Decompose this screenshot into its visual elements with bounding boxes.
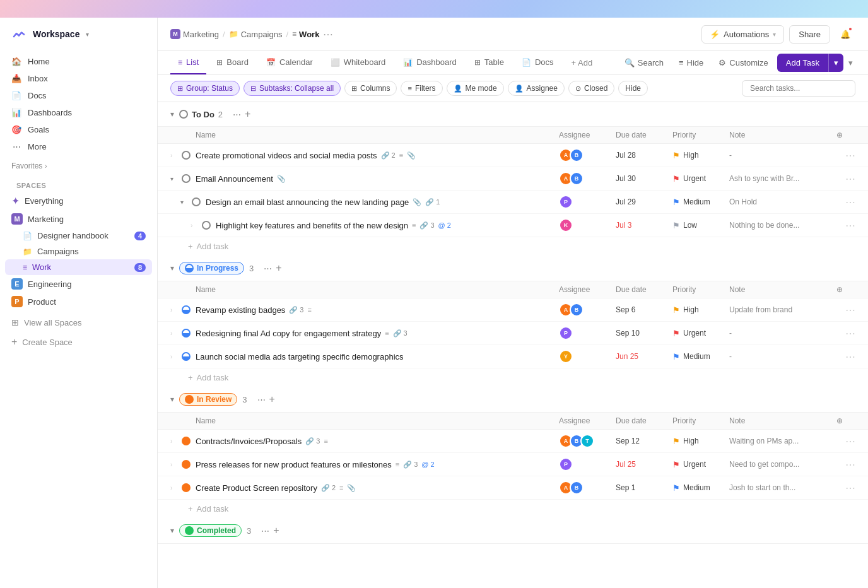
sidebar-item-campaigns[interactable]: 📁 Campaigns xyxy=(5,244,152,259)
notification-button[interactable]: 🔔 xyxy=(835,24,855,44)
sidebar-header[interactable]: Workspace ▾ xyxy=(0,18,157,50)
tab-board[interactable]: ⊞ Board xyxy=(209,51,256,74)
sidebar-item-marketing[interactable]: M Marketing xyxy=(5,210,152,228)
group-inreview-add-icon[interactable]: + xyxy=(269,394,275,405)
tab-calendar[interactable]: 📅 Calendar xyxy=(259,51,320,74)
task-chevron-icon[interactable]: ▾ xyxy=(180,199,188,206)
add-task-arrow-icon[interactable]: ▾ xyxy=(828,54,843,72)
task-row[interactable]: › Create Product Screen repository 🔗 2 ≡… xyxy=(158,476,868,500)
sidebar-item-home[interactable]: 🏠 Home xyxy=(5,53,152,70)
tab-list[interactable]: ≡ List xyxy=(170,51,206,74)
task-row[interactable]: ▾ Design an email blast announcing the n… xyxy=(158,191,868,214)
task-more-menu[interactable]: ⋯ xyxy=(836,196,855,208)
task-more-menu[interactable]: ⋯ xyxy=(836,435,855,447)
sidebar-item-everything[interactable]: ✦ Everything xyxy=(5,192,152,210)
task-chevron-icon[interactable]: › xyxy=(170,485,178,491)
sidebar-item-docs[interactable]: 📄 Docs xyxy=(5,87,152,104)
sidebar-item-inbox[interactable]: 📥 Inbox xyxy=(5,70,152,87)
sidebar-item-designer-handbook[interactable]: 📄 Designer handbook 4 xyxy=(5,228,152,244)
task-more-menu[interactable]: ⋯ xyxy=(836,351,855,363)
task-row[interactable]: › Launch social media ads targeting spec… xyxy=(158,345,868,368)
sidebar-item-goals[interactable]: 🎯 Goals xyxy=(5,121,152,138)
automations-button[interactable]: ⚡ Automations ▾ xyxy=(701,25,784,44)
col-add-todo[interactable]: ⊕ xyxy=(836,131,855,139)
group-inprogress-add-icon[interactable]: + xyxy=(276,262,281,274)
task-more-menu[interactable]: ⋯ xyxy=(836,327,855,339)
task-row[interactable]: › Create promotional videos and social m… xyxy=(158,144,868,167)
col-add-ir[interactable]: ⊕ xyxy=(836,416,855,425)
filter-subtasks[interactable]: ⊟ Subtasks: Collapse all xyxy=(243,81,341,96)
add-task-todo-row[interactable]: + Add task xyxy=(158,237,868,256)
filter-me-mode[interactable]: 👤 Me mode xyxy=(447,81,504,96)
favorites-section[interactable]: Favorites › xyxy=(0,158,157,174)
col-add-ip[interactable]: ⊕ xyxy=(836,285,855,294)
task-more-menu[interactable]: ⋯ xyxy=(836,220,855,232)
filter-group-status[interactable]: ⊞ Group: Status xyxy=(170,81,240,96)
sidebar-item-dashboards[interactable]: 📊 Dashboards xyxy=(5,104,152,121)
create-space-button[interactable]: + Create Space xyxy=(5,333,152,351)
task-more-menu[interactable]: ⋯ xyxy=(836,173,855,185)
group-inprogress-toggle[interactable]: ▾ xyxy=(170,264,174,273)
group-inprogress-header[interactable]: ▾ In Progress 3 ⋯ + xyxy=(158,256,868,281)
group-inreview-toggle[interactable]: ▾ xyxy=(170,395,174,404)
task-chevron-icon[interactable]: ▾ xyxy=(170,175,178,182)
customize-tab-action[interactable]: ⚙ Customize xyxy=(712,54,774,71)
task-row[interactable]: › Contracts/Invoices/Proposals 🔗 3 ≡ A B… xyxy=(158,430,868,453)
sidebar-item-more[interactable]: ⋯ More xyxy=(5,138,152,155)
filter-closed[interactable]: ⊙ Closed xyxy=(568,81,614,96)
tab-dashboard[interactable]: 📊 Dashboard xyxy=(396,51,464,74)
group-completed-add-icon[interactable]: + xyxy=(273,525,279,536)
tab-whiteboard[interactable]: ⬜ Whiteboard xyxy=(323,51,393,74)
task-row[interactable]: ▾ Email Announcement 📎 A B Jul 30 ⚑ Urge… xyxy=(158,167,868,191)
filter-assignee[interactable]: 👤 Assignee xyxy=(508,81,565,96)
filter-filters[interactable]: ≡ Filters xyxy=(401,81,442,96)
task-more-menu[interactable]: ⋯ xyxy=(836,304,855,316)
add-task-expand-icon[interactable]: ▾ xyxy=(846,54,855,71)
group-completed-header[interactable]: ▾ Completed 3 ⋯ + xyxy=(158,518,868,544)
breadcrumb-work[interactable]: ≡ Work xyxy=(292,30,319,39)
filter-columns[interactable]: ⊞ Columns xyxy=(344,81,397,96)
task-chevron-icon[interactable]: › xyxy=(170,152,178,159)
breadcrumb-marketing[interactable]: M Marketing xyxy=(170,29,219,39)
group-todo-add-icon[interactable]: + xyxy=(245,109,250,120)
task-more-menu[interactable]: ⋯ xyxy=(836,150,855,162)
filter-hide[interactable]: Hide xyxy=(618,81,648,96)
search-tab-action[interactable]: 🔍 Search xyxy=(618,54,670,71)
task-chevron-icon[interactable]: › xyxy=(170,353,178,360)
task-chevron-icon[interactable]: › xyxy=(170,438,178,445)
task-chevron-icon[interactable]: › xyxy=(191,222,198,229)
group-completed-menu-icon[interactable]: ⋯ xyxy=(261,526,269,536)
search-tasks-input[interactable] xyxy=(742,80,855,97)
sidebar-item-product[interactable]: P Product xyxy=(5,293,152,310)
share-button[interactable]: Share xyxy=(789,25,830,44)
add-task-inreview-row[interactable]: + Add task xyxy=(158,500,868,518)
view-all-spaces-button[interactable]: ⊞ View all Spaces xyxy=(5,314,152,331)
group-todo-header[interactable]: ▾ To Do 2 ⋯ + xyxy=(158,102,868,127)
sidebar-item-engineering[interactable]: E Engineering xyxy=(5,275,152,293)
task-chevron-icon[interactable]: › xyxy=(170,307,178,314)
hide-tab-action[interactable]: ≡ Hide xyxy=(672,54,710,71)
task-row[interactable]: › Press releases for new product feature… xyxy=(158,453,868,476)
add-task-label[interactable]: Add Task xyxy=(777,54,828,72)
group-completed-toggle[interactable]: ▾ xyxy=(170,526,174,535)
group-inreview-header[interactable]: ▾ In Review 3 ⋯ + xyxy=(158,387,868,413)
tab-add-button[interactable]: + Add xyxy=(566,53,598,73)
task-row[interactable]: › Highlight key features and benefits of… xyxy=(158,214,868,237)
breadcrumb-more-icon[interactable]: ⋯ xyxy=(323,28,333,40)
breadcrumb-campaigns[interactable]: 📁 Campaigns xyxy=(229,30,283,39)
group-inprogress-menu-icon[interactable]: ⋯ xyxy=(264,264,272,273)
add-task-inprogress-row[interactable]: + Add task xyxy=(158,368,868,387)
task-row[interactable]: › Revamp existing badges 🔗 3 ≡ A B Sep 6… xyxy=(158,298,868,322)
group-inreview-menu-icon[interactable]: ⋯ xyxy=(257,395,266,404)
tab-docs[interactable]: 📄 Docs xyxy=(514,51,561,74)
sidebar-item-work[interactable]: ≡ Work 8 xyxy=(5,259,152,275)
group-todo-menu-icon[interactable]: ⋯ xyxy=(233,110,241,119)
add-task-button[interactable]: Add Task ▾ xyxy=(777,54,843,72)
task-more-menu[interactable]: ⋯ xyxy=(836,482,855,494)
tab-table[interactable]: ⊞ Table xyxy=(467,51,512,74)
task-chevron-icon[interactable]: › xyxy=(170,330,178,337)
task-chevron-icon[interactable]: › xyxy=(170,461,178,468)
task-more-menu[interactable]: ⋯ xyxy=(836,459,855,471)
task-row[interactable]: › Redesigning final Ad copy for engageme… xyxy=(158,322,868,345)
group-todo-toggle[interactable]: ▾ xyxy=(170,110,174,119)
